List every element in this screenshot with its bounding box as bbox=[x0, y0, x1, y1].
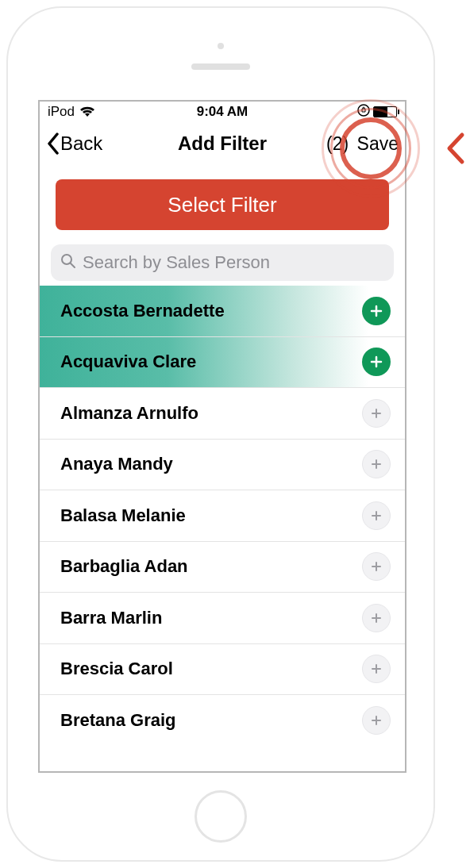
wifi-icon bbox=[79, 106, 95, 117]
person-name: Almanza Arnulfo bbox=[60, 403, 198, 424]
plus-icon bbox=[370, 714, 383, 727]
add-person-button[interactable] bbox=[362, 552, 391, 581]
plus-icon bbox=[370, 612, 383, 624]
list-item[interactable]: Bretana Graig bbox=[40, 695, 405, 747]
search-icon bbox=[60, 253, 76, 272]
status-bar: iPod 9:04 AM bbox=[40, 102, 405, 122]
svg-point-0 bbox=[358, 105, 369, 116]
list-item[interactable]: Anaya Mandy bbox=[40, 440, 405, 491]
back-label: Back bbox=[60, 133, 102, 155]
person-name: Accosta Bernadette bbox=[60, 301, 225, 321]
list-item[interactable]: Barra Marlin bbox=[40, 593, 405, 644]
battery-level bbox=[374, 107, 387, 117]
person-name: Balasa Melanie bbox=[60, 505, 186, 526]
add-person-button[interactable] bbox=[362, 655, 391, 683]
person-name: Bretana Graig bbox=[60, 710, 176, 731]
person-name: Barra Marlin bbox=[60, 608, 162, 628]
page-title: Add Filter bbox=[178, 133, 267, 155]
add-person-button[interactable] bbox=[362, 399, 391, 428]
add-person-button[interactable] bbox=[362, 450, 391, 478]
phone-frame: iPod 9:04 AM Back Add Filter bbox=[6, 6, 435, 862]
person-name: Anaya Mandy bbox=[60, 454, 173, 474]
plus-icon bbox=[370, 355, 383, 368]
person-name: Acquaviva Clare bbox=[60, 351, 196, 372]
list-item[interactable]: Balasa Melanie bbox=[40, 490, 405, 542]
list-item[interactable]: Almanza Arnulfo bbox=[40, 388, 405, 440]
select-filter-button[interactable]: Select Filter bbox=[56, 179, 389, 230]
speaker-slot bbox=[191, 63, 250, 70]
orientation-lock-icon bbox=[357, 104, 370, 121]
plus-icon bbox=[370, 560, 383, 573]
add-person-button[interactable] bbox=[362, 706, 391, 735]
svg-line-2 bbox=[71, 263, 75, 267]
list-item[interactable]: Accosta Bernadette bbox=[40, 286, 405, 337]
back-button[interactable]: Back bbox=[46, 133, 102, 155]
add-person-button[interactable] bbox=[362, 297, 391, 325]
selected-count: (2) bbox=[326, 133, 349, 155]
add-person-button[interactable] bbox=[362, 501, 391, 530]
plus-icon bbox=[370, 305, 383, 317]
search-field[interactable] bbox=[51, 244, 394, 281]
list-item[interactable]: Brescia Carol bbox=[40, 644, 405, 696]
status-time: 9:04 AM bbox=[197, 104, 248, 120]
battery-icon bbox=[373, 106, 397, 117]
list-item[interactable]: Acquaviva Clare bbox=[40, 337, 405, 389]
people-list: Accosta Bernadette Acquaviva Clare Alman… bbox=[40, 286, 405, 747]
save-button[interactable]: Save bbox=[357, 133, 399, 155]
search-input[interactable] bbox=[83, 252, 384, 273]
person-name: Brescia Carol bbox=[60, 659, 173, 679]
plus-icon bbox=[370, 663, 383, 675]
add-person-button[interactable] bbox=[362, 604, 391, 632]
svg-point-1 bbox=[62, 255, 71, 264]
plus-icon bbox=[370, 407, 383, 420]
app-screen: iPod 9:04 AM Back Add Filter bbox=[38, 100, 406, 773]
add-person-button[interactable] bbox=[362, 348, 391, 376]
person-name: Barbaglia Adan bbox=[60, 556, 188, 577]
home-button[interactable] bbox=[195, 790, 247, 843]
device-label: iPod bbox=[48, 104, 75, 120]
plus-icon bbox=[370, 458, 383, 470]
annotation-arrow-icon bbox=[445, 132, 465, 168]
speaker-dot bbox=[218, 43, 224, 49]
nav-bar: Back Add Filter (2) Save bbox=[40, 122, 405, 165]
chevron-left-icon bbox=[46, 133, 60, 155]
plus-icon bbox=[370, 509, 383, 522]
list-item[interactable]: Barbaglia Adan bbox=[40, 542, 405, 593]
